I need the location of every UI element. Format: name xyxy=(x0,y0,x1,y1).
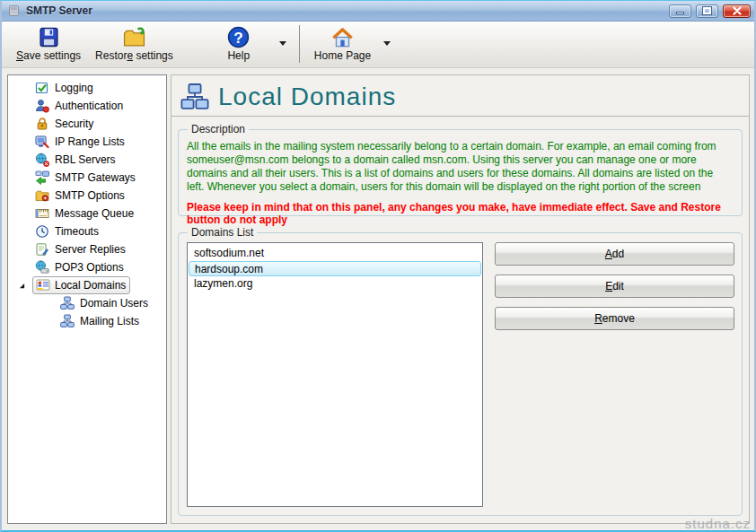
tree-item-label: SMTP Options xyxy=(55,189,125,202)
tree-item-security[interactable]: Security xyxy=(8,115,166,133)
navigation-tree: Logging Authentication Security IP Range… xyxy=(8,75,166,330)
titlebar: SMTP Server xyxy=(2,1,754,22)
home-page-label: Home Page xyxy=(314,49,371,62)
expander-icon[interactable] xyxy=(19,283,25,289)
restore-settings-button[interactable]: Restore settings xyxy=(88,23,180,65)
domains-list-groupbox: Domains List softsodium.net hardsoup.com… xyxy=(178,232,743,516)
rbl-servers-icon xyxy=(35,153,49,167)
tree-item-rbl-servers[interactable]: RBL Servers xyxy=(8,151,166,169)
add-button[interactable]: Add xyxy=(495,242,734,266)
toolbar: Save settings Restore settings Help Home… xyxy=(2,22,754,68)
edit-button[interactable]: Edit xyxy=(495,275,734,298)
tree-item-timeouts[interactable]: Timeouts xyxy=(8,222,166,240)
tree-item-smtp-gateways[interactable]: SMTP Gateways xyxy=(8,169,166,187)
description-text: All the emails in the mailing system nec… xyxy=(187,140,733,194)
save-icon xyxy=(38,26,60,48)
help-label: Help xyxy=(227,49,250,62)
restore-settings-label: Restore settings xyxy=(95,49,173,62)
tree-item-label: RBL Servers xyxy=(55,153,116,166)
logging-icon xyxy=(35,81,49,95)
tree-item-label: SMTP Gateways xyxy=(55,171,136,184)
toolbar-separator xyxy=(299,25,300,63)
tree-item-pop3-options[interactable]: POP3 Options xyxy=(8,258,166,276)
remove-button[interactable]: Remove xyxy=(495,307,734,330)
smtp-gateways-icon xyxy=(35,170,49,185)
close-icon xyxy=(733,6,742,15)
tree-selection-box: Local Domains xyxy=(32,276,130,294)
client-area: Logging Authentication Security IP Range… xyxy=(2,69,754,530)
help-button[interactable]: Help xyxy=(204,23,274,65)
home-page-button[interactable]: Home Page xyxy=(307,23,378,65)
description-groupbox: Description All the emails in the mailin… xyxy=(178,129,743,216)
domain-users-icon xyxy=(60,296,75,310)
tree-item-label: Security xyxy=(55,118,93,130)
local-domains-icon xyxy=(36,278,50,292)
tree-item-logging[interactable]: Logging xyxy=(8,79,166,97)
list-item-hardsoup-selected[interactable]: hardsoup.com xyxy=(189,261,481,276)
smtp-server-window: SMTP Server Save settings Restore settin… xyxy=(0,0,756,532)
page-title: Local Domains xyxy=(218,83,396,111)
navigation-tree-panel: Logging Authentication Security IP Range… xyxy=(7,74,167,524)
ip-range-lists-icon xyxy=(35,135,49,149)
server-replies-icon xyxy=(35,242,49,257)
tree-item-label: Logging xyxy=(55,82,93,94)
tree-item-mailing-lists[interactable]: Mailing Lists xyxy=(8,312,166,330)
maximize-icon xyxy=(703,7,711,14)
help-dropdown-arrow[interactable] xyxy=(279,41,286,46)
tree-item-label: Local Domains xyxy=(55,279,126,292)
window-title: SMTP Server xyxy=(26,4,669,17)
smtp-options-icon xyxy=(35,188,49,203)
tree-item-domain-users[interactable]: Domain Users xyxy=(8,294,166,312)
tree-item-label: Authentication xyxy=(55,100,123,112)
message-queue-icon xyxy=(35,206,49,221)
timeouts-icon xyxy=(35,224,49,239)
pop3-options-icon xyxy=(35,260,49,275)
watermark: studna.cz xyxy=(685,516,751,531)
tree-item-label: Domain Users xyxy=(80,297,148,310)
home-icon xyxy=(331,26,354,48)
tree-item-server-replies[interactable]: Server Replies xyxy=(8,240,166,258)
minimize-button[interactable] xyxy=(669,4,691,18)
home-dropdown-arrow[interactable] xyxy=(383,41,391,46)
description-warning: Please keep in mind that on this panel, … xyxy=(187,201,733,226)
close-button[interactable] xyxy=(723,4,751,18)
main-panel: Local Domains Description All the emails… xyxy=(171,74,750,524)
restore-icon xyxy=(123,26,145,48)
tree-item-local-domains[interactable]: Local Domains xyxy=(8,276,166,294)
security-icon xyxy=(35,117,49,131)
help-icon xyxy=(227,26,250,48)
app-icon xyxy=(7,4,22,18)
tree-item-message-queue[interactable]: Message Queue xyxy=(8,205,166,222)
authentication-icon xyxy=(35,99,49,113)
domains-list-group-label: Domains List xyxy=(188,226,257,239)
local-domains-header-icon xyxy=(180,83,209,111)
description-group-label: Description xyxy=(188,123,249,135)
tree-item-smtp-options[interactable]: SMTP Options xyxy=(8,187,166,205)
maximize-button[interactable] xyxy=(696,4,718,18)
tree-item-label: Mailing Lists xyxy=(80,315,139,327)
tree-item-label: IP Range Lists xyxy=(55,135,125,148)
save-settings-label: Save settings xyxy=(16,49,81,62)
list-item-softsodium[interactable]: softsodium.net xyxy=(188,246,482,261)
tree-item-label: Message Queue xyxy=(55,207,134,220)
mailing-lists-icon xyxy=(60,314,75,328)
domains-listbox[interactable]: softsodium.net hardsoup.com lazymen.org xyxy=(187,242,483,507)
tree-item-ip-range-lists[interactable]: IP Range Lists xyxy=(8,133,166,151)
list-item-lazymen[interactable]: lazymen.org xyxy=(188,276,482,292)
tree-item-authentication[interactable]: Authentication xyxy=(8,97,166,115)
domain-action-buttons: Add Edit Remove xyxy=(495,242,734,330)
tree-item-label: Server Replies xyxy=(55,243,126,256)
minimize-icon xyxy=(676,12,684,14)
save-settings-button[interactable]: Save settings xyxy=(9,23,88,65)
page-header: Local Domains xyxy=(171,75,749,117)
tree-item-label: POP3 Options xyxy=(55,261,124,274)
tree-item-label: Timeouts xyxy=(55,225,99,238)
